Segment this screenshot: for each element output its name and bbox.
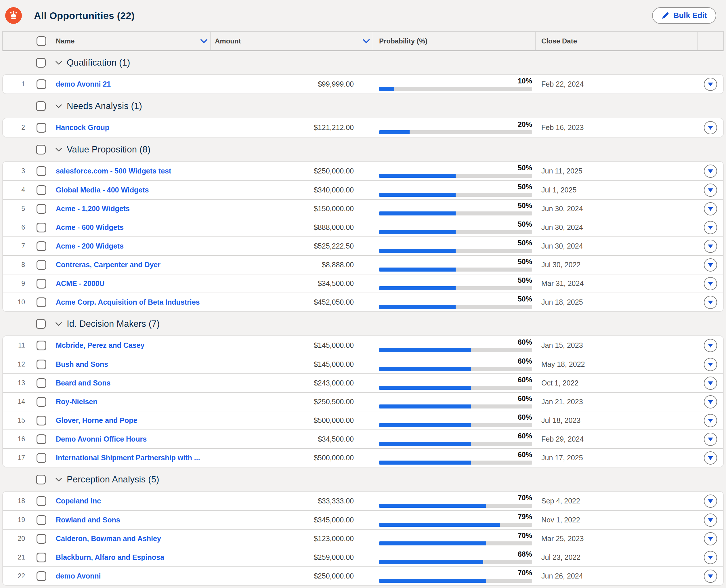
row-checkbox[interactable] [37, 515, 46, 525]
opportunity-name-link[interactable]: Contreras, Carpenter and Dyer [56, 260, 161, 269]
row-menu-button[interactable] [704, 532, 717, 545]
row-menu-button[interactable] [704, 78, 717, 91]
opportunity-name-link[interactable]: Glover, Horne and Pope [56, 416, 137, 425]
opportunity-name-link[interactable]: Beard and Sons [56, 379, 110, 387]
opportunity-name-link[interactable]: demo Avonni 21 [56, 80, 111, 88]
opportunity-name-link[interactable]: Roy-Nielsen [56, 398, 97, 406]
opportunity-name-link[interactable]: Global Media - 400 Widgets [56, 186, 149, 194]
opportunity-name-link[interactable]: Copeland Inc [56, 497, 101, 505]
row-number: 13 [18, 379, 25, 387]
row-checkbox[interactable] [37, 204, 46, 214]
row-checkbox[interactable] [37, 79, 46, 89]
chevron-down-icon[interactable] [55, 61, 62, 65]
row-menu-button[interactable] [704, 451, 717, 465]
opportunity-name-link[interactable]: Hancock Group [56, 123, 109, 132]
row-checkbox[interactable] [37, 241, 46, 251]
row-menu-button[interactable] [704, 495, 717, 508]
chevron-down-icon[interactable] [55, 322, 62, 326]
row-checkbox[interactable] [37, 434, 46, 444]
column-header-close-date[interactable]: Close Date [536, 31, 698, 50]
row-menu-button[interactable] [704, 121, 717, 134]
opportunity-name-link[interactable]: Mcbride, Perez and Casey [56, 341, 144, 350]
chevron-down-icon[interactable] [55, 478, 62, 482]
row-menu-button[interactable] [704, 239, 717, 253]
row-menu-button[interactable] [704, 551, 717, 564]
row-menu-button[interactable] [704, 184, 717, 197]
opportunity-name-link[interactable]: Calderon, Bowman and Ashley [56, 534, 161, 543]
table-row: 18 Copeland Inc $33,333.00 70% Sep 4, 20… [3, 491, 723, 510]
chevron-down-icon[interactable] [55, 148, 62, 152]
row-checkbox[interactable] [37, 378, 46, 388]
row-checkbox[interactable] [37, 496, 46, 506]
column-header-name[interactable]: Name [53, 31, 211, 50]
row-menu-button[interactable] [704, 358, 717, 371]
caret-down-icon [708, 574, 713, 578]
opportunity-name-link[interactable]: Acme - 200 Widgets [56, 242, 124, 250]
opportunities-table: Name Amount Probability (%) Close Date [2, 31, 724, 586]
column-header-probability[interactable]: Probability (%) [373, 31, 536, 50]
opportunity-name-link[interactable]: Acme Corp. Acquisition of Beta Industrie… [56, 298, 200, 307]
row-checkbox[interactable] [37, 166, 46, 176]
opportunity-name-link[interactable]: salesforce.com - 500 Widgets test [56, 167, 171, 175]
row-menu-button[interactable] [704, 377, 717, 390]
opportunity-name-link[interactable]: ACME - 2000U [56, 279, 105, 288]
opportunity-name-link[interactable]: Demo Avonni Office Hours [56, 435, 147, 443]
row-checkbox[interactable] [37, 416, 46, 425]
row-menu-button[interactable] [704, 296, 717, 309]
opportunity-name-link[interactable]: International Shipment Partnership with … [56, 454, 200, 462]
row-number-cell: 18 [3, 497, 30, 505]
table-row: 5 Acme - 1,200 Widgets $150,000.00 50% J… [3, 199, 723, 218]
group-checkbox[interactable] [36, 145, 46, 154]
close-date-value: Feb 22, 2024 [541, 80, 584, 88]
column-header-amount[interactable]: Amount [211, 31, 373, 50]
row-select-cell [30, 534, 53, 544]
row-menu-button[interactable] [704, 395, 717, 408]
chevron-down-icon[interactable] [362, 39, 370, 43]
opportunity-name-link[interactable]: demo Avonni [56, 572, 101, 580]
row-menu-button[interactable] [704, 339, 717, 352]
row-checkbox[interactable] [37, 297, 46, 307]
row-checkbox[interactable] [37, 553, 46, 562]
group-checkbox[interactable] [36, 319, 46, 329]
bulk-edit-button[interactable]: Bulk Edit [652, 7, 716, 24]
row-checkbox[interactable] [37, 223, 46, 232]
row-checkbox[interactable] [37, 279, 46, 289]
group-checkbox[interactable] [36, 101, 46, 111]
row-checkbox[interactable] [37, 397, 46, 407]
opportunity-name-link[interactable]: Rowland and Sons [56, 516, 120, 524]
group-checkbox[interactable] [36, 58, 46, 68]
opportunity-name-link[interactable]: Blackburn, Alfaro and Espinosa [56, 553, 164, 562]
probability-bar-track [379, 130, 532, 134]
probability-cell: 60% [373, 451, 536, 465]
row-menu-button[interactable] [704, 258, 717, 272]
row-menu-button[interactable] [704, 513, 717, 527]
group-checkbox[interactable] [36, 475, 46, 484]
row-checkbox[interactable] [37, 260, 46, 270]
chevron-down-icon[interactable] [200, 39, 208, 43]
row-checkbox[interactable] [37, 360, 46, 370]
row-checkbox[interactable] [37, 453, 46, 463]
row-menu-button[interactable] [704, 433, 717, 446]
probability-cell: 50% [373, 202, 536, 215]
opportunity-name-link[interactable]: Acme - 1,200 Widgets [56, 205, 130, 213]
opportunity-name-link[interactable]: Bush and Sons [56, 360, 108, 369]
row-menu-button[interactable] [704, 414, 717, 427]
row-select-cell [30, 223, 53, 232]
probability-value: 60% [379, 451, 532, 458]
row-menu-button[interactable] [704, 277, 717, 290]
row-menu-button[interactable] [704, 165, 717, 178]
select-all-checkbox[interactable] [37, 36, 46, 46]
row-checkbox[interactable] [37, 571, 46, 581]
opportunity-name-link[interactable]: Acme - 600 Widgets [56, 223, 124, 232]
table-row: 3 salesforce.com - 500 Widgets test $250… [3, 162, 723, 181]
row-menu-button[interactable] [704, 570, 717, 583]
row-checkbox[interactable] [37, 185, 46, 195]
row-checkbox[interactable] [37, 534, 46, 544]
chevron-down-icon[interactable] [55, 104, 62, 108]
row-menu-button[interactable] [704, 202, 717, 215]
row-checkbox[interactable] [37, 123, 46, 133]
row-checkbox[interactable] [37, 341, 46, 350]
caret-down-icon [708, 188, 713, 192]
row-menu-button[interactable] [704, 221, 717, 234]
row-number: 5 [21, 205, 25, 213]
